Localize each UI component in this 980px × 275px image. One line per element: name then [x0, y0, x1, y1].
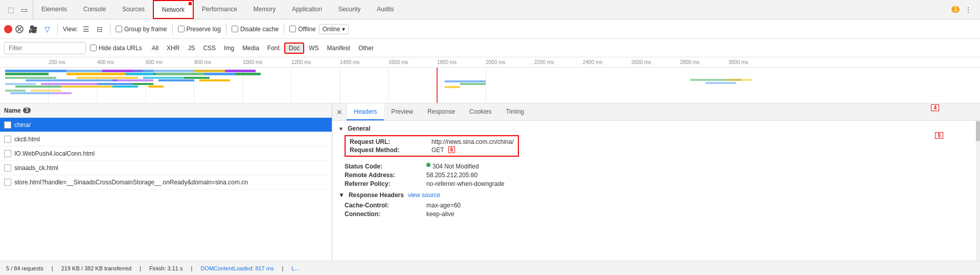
request-item-china[interactable]: china/ — [0, 118, 332, 132]
scrollbar-track[interactable] — [976, 121, 980, 261]
close-details-button[interactable]: ✕ — [332, 103, 347, 121]
filter-manifest[interactable]: Manifest — [324, 44, 354, 53]
top-tab-bar: ⬚ ▭ Elements Console Sources Network Per… — [0, 0, 980, 19]
tab-console[interactable]: Console — [75, 0, 114, 19]
filter-xhr[interactable]: XHR — [163, 44, 183, 53]
view-label: View: — [63, 26, 78, 33]
preserve-log-check[interactable]: Preserve log — [178, 26, 221, 33]
offline-check[interactable]: Offline — [289, 26, 315, 33]
scale-1600ms: 1600 ms — [389, 59, 408, 65]
hide-data-urls-check[interactable]: Hide data URLs — [90, 45, 142, 52]
filter-input[interactable] — [4, 42, 86, 54]
remote-address-value: 58.205.212.205:80 — [426, 172, 477, 179]
separator-2 — [110, 24, 110, 35]
status-code-label: Status Code: — [345, 163, 426, 170]
details-tab-preview[interactable]: Preview — [384, 103, 420, 120]
file-icon — [4, 121, 11, 129]
svg-rect-33 — [15, 86, 61, 88]
request-url-box: Request URL: http://news.sina.com.cn/chi… — [345, 135, 519, 157]
separator-5 — [284, 24, 284, 35]
filter-css[interactable]: CSS — [199, 44, 219, 53]
record-button[interactable] — [4, 25, 12, 33]
details-tab-timing[interactable]: Timing — [498, 103, 531, 120]
tab-audits[interactable]: Audits — [369, 0, 402, 19]
group-by-frame-checkbox[interactable] — [116, 26, 122, 32]
scale-600ms: 600 ms — [146, 59, 163, 65]
group-by-frame-check[interactable]: Group by frame — [116, 26, 167, 33]
svg-rect-17 — [125, 73, 156, 75]
request-name-sinaads: sinaads_ck.html — [14, 164, 58, 172]
referrer-policy-value: no-referrer-when-downgrade — [426, 180, 505, 187]
connection-value: keep-alive — [426, 210, 454, 218]
request-item-sinaads[interactable]: sinaads_ck.html — [0, 161, 332, 175]
view-source-link[interactable]: view source — [408, 192, 440, 199]
hide-data-urls-checkbox[interactable] — [90, 45, 97, 51]
filter-doc[interactable]: Doc — [284, 43, 304, 54]
network-throttle-select[interactable]: Online ▾ — [319, 24, 349, 34]
preserve-log-checkbox[interactable] — [178, 26, 185, 32]
request-method-row: Request Method: GET 6 — [350, 146, 514, 154]
request-item-io-webpush[interactable]: IO.WebPush4.localConn.html — [0, 146, 332, 161]
svg-rect-43 — [51, 92, 72, 94]
filter-icon[interactable]: ▽ — [42, 24, 52, 34]
request-name-china: china/ — [14, 121, 31, 129]
disable-cache-check[interactable]: Disable cache — [232, 26, 279, 33]
tab-application[interactable]: Application — [284, 0, 330, 19]
name-column-header: Name — [4, 107, 21, 114]
details-panel: ✕ Headers Preview Response Cookies Timin… — [332, 103, 980, 261]
url-method-box: Request URL: http://news.sina.com.cn/chi… — [338, 135, 974, 160]
scrollbar-thumb[interactable] — [976, 121, 980, 141]
view-list-icon[interactable]: ☰ — [81, 24, 92, 34]
filter-ws[interactable]: WS — [305, 44, 322, 53]
camera-icon[interactable]: 🎥 — [27, 24, 39, 34]
disable-cache-checkbox[interactable] — [232, 26, 238, 32]
dom-content-loaded[interactable]: DOMContentLoaded: 817 ms — [200, 265, 274, 271]
svg-rect-48 — [705, 82, 736, 84]
svg-rect-41 — [10, 92, 51, 94]
request-url-row: Request URL: http://news.sina.com.cn/chi… — [350, 138, 514, 145]
svg-rect-35 — [61, 86, 112, 88]
filter-js[interactable]: JS — [184, 44, 198, 53]
timeline-area: 200 ms 400 ms 600 ms 800 ms 1000 ms 1200… — [0, 57, 980, 103]
offline-checkbox[interactable] — [289, 26, 296, 32]
svg-rect-23 — [235, 73, 261, 75]
clear-button[interactable] — [15, 25, 24, 33]
filter-img[interactable]: Img — [220, 44, 238, 53]
filter-other[interactable]: Other — [355, 44, 377, 53]
request-list: Name 3 china/ ckctl.html IO.WebPush4.loc… — [0, 103, 332, 261]
tab-sources[interactable]: Sources — [114, 0, 153, 19]
file-icon — [4, 136, 11, 143]
tab-elements[interactable]: Elements — [33, 0, 75, 19]
svg-rect-27 — [112, 79, 153, 81]
annotation-5: 5 — [935, 132, 943, 139]
load-info[interactable]: L... — [291, 265, 299, 271]
filter-media[interactable]: Media — [239, 44, 263, 53]
tab-network[interactable]: Network — [153, 0, 194, 19]
tab-memory[interactable]: Memory — [245, 0, 284, 19]
devtools-icons: ⬚ ▭ — [2, 0, 33, 19]
scale-400ms: 400 ms — [97, 59, 114, 65]
scale-2600ms: 2600 ms — [631, 59, 651, 65]
details-tab-headers[interactable]: Headers — [347, 103, 384, 120]
svg-rect-30 — [184, 77, 210, 79]
remote-address-label: Remote Address: — [345, 172, 426, 179]
triangle-icon: ▼ — [338, 126, 344, 132]
tab-security[interactable]: Security — [330, 0, 369, 19]
request-item-store[interactable]: store.html?handle=__SinaadsCrossDomainSt… — [0, 175, 332, 189]
view-group-icon[interactable]: ⊟ — [95, 24, 105, 34]
inspect-icon[interactable]: ⬚ — [6, 5, 15, 14]
tab-performance[interactable]: Performance — [194, 0, 245, 19]
more-options-icon[interactable]: ⋮ — [964, 5, 973, 14]
filter-all[interactable]: All — [148, 44, 162, 53]
separator: | — [191, 265, 193, 271]
filter-font[interactable]: Font — [264, 44, 283, 53]
separator: | — [140, 265, 141, 271]
toolbar-controls: 🎥 ▽ View: ☰ ⊟ Group by frame Preserve lo… — [4, 24, 349, 35]
request-item-ckctl[interactable]: ckctl.html — [0, 132, 332, 146]
scale-800ms: 800 ms — [194, 59, 211, 65]
details-tab-response[interactable]: Response — [420, 103, 462, 120]
details-tab-cookies[interactable]: Cookies — [462, 103, 498, 120]
device-toolbar-icon[interactable]: ▭ — [19, 5, 29, 14]
svg-rect-29 — [158, 79, 194, 81]
svg-rect-24 — [5, 77, 56, 79]
